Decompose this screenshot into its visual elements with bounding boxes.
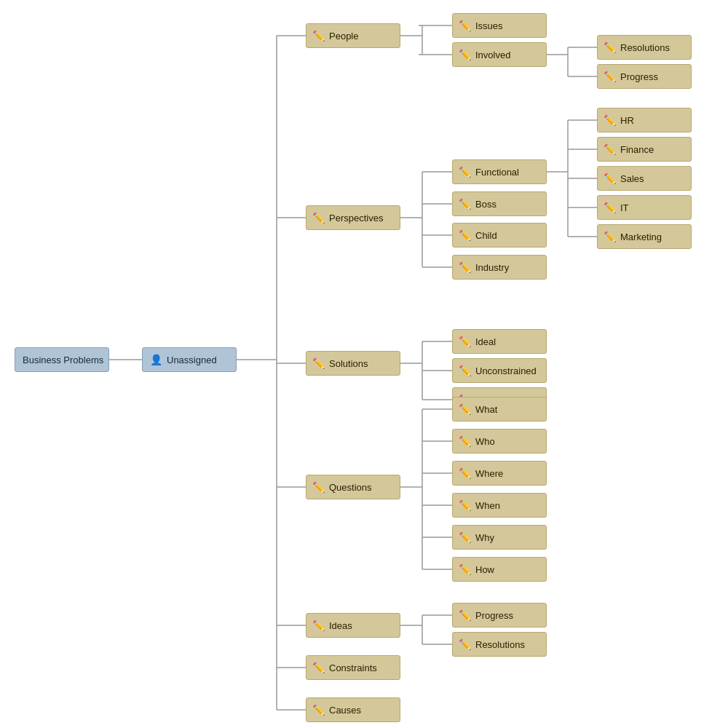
pencil-icon: ✏️: [604, 231, 616, 242]
child-node[interactable]: ✏️ Child: [452, 223, 547, 248]
involved-node[interactable]: ✏️ Involved: [452, 42, 547, 67]
involved-label: Involved: [475, 50, 510, 60]
pencil-icon: ✏️: [312, 30, 325, 41]
unassigned-node[interactable]: 👤 Unassigned: [142, 347, 237, 372]
ideas-label: Ideas: [329, 620, 352, 631]
boss-label: Boss: [475, 199, 496, 210]
finance-node[interactable]: ✏️ Finance: [597, 137, 692, 162]
how-label: How: [475, 564, 494, 575]
pencil-icon: ✏️: [604, 202, 616, 213]
person-icon: 👤: [150, 354, 162, 365]
pencil-icon: ✏️: [459, 49, 471, 60]
root-label: Business Problems: [23, 355, 103, 365]
ideas-node[interactable]: ✏️ Ideas: [306, 613, 400, 638]
hr-node[interactable]: ✏️ HR: [597, 108, 692, 132]
why-node[interactable]: ✏️ Why: [452, 525, 547, 550]
who-node[interactable]: ✏️ Who: [452, 429, 547, 454]
where-node[interactable]: ✏️ Where: [452, 461, 547, 486]
pencil-icon: ✏️: [459, 531, 471, 543]
pencil-icon: ✏️: [459, 403, 471, 415]
sales-label: Sales: [620, 173, 644, 184]
pencil-icon: ✏️: [604, 173, 616, 184]
progress-node[interactable]: ✏️ Progress: [597, 64, 692, 89]
constraints-node[interactable]: ✏️ Constraints: [306, 655, 400, 680]
pencil-icon: ✏️: [459, 166, 471, 178]
questions-node[interactable]: ✏️ Questions: [306, 475, 400, 499]
who-label: Who: [475, 436, 495, 447]
when-label: When: [475, 500, 500, 511]
pencil-icon: ✏️: [459, 435, 471, 447]
issues-node[interactable]: ✏️ Issues: [452, 13, 547, 38]
marketing-label: Marketing: [620, 232, 662, 242]
issues-label: Issues: [475, 20, 503, 31]
marketing-node[interactable]: ✏️ Marketing: [597, 224, 692, 249]
pencil-icon: ✏️: [312, 357, 325, 369]
mindmap-canvas: Business Problems 👤 Unassigned ✏️ People…: [0, 0, 728, 728]
what-label: What: [475, 404, 497, 415]
ideas-resolutions-node[interactable]: ✏️ Resolutions: [452, 632, 547, 657]
industry-label: Industry: [475, 262, 509, 273]
hr-label: HR: [620, 115, 634, 126]
pencil-icon: ✏️: [459, 261, 471, 273]
pencil-icon: ✏️: [459, 229, 471, 241]
ideal-node[interactable]: ✏️ Ideal: [452, 329, 547, 354]
when-node[interactable]: ✏️ When: [452, 493, 547, 518]
pencil-icon: ✏️: [459, 499, 471, 511]
pencil-icon: ✏️: [459, 609, 471, 621]
pencil-icon: ✏️: [459, 198, 471, 210]
solutions-node[interactable]: ✏️ Solutions: [306, 351, 400, 376]
pencil-icon: ✏️: [604, 143, 616, 155]
perspectives-label: Perspectives: [329, 213, 383, 223]
unconstrained-node[interactable]: ✏️ Unconstrained: [452, 358, 547, 383]
people-node[interactable]: ✏️ People: [306, 23, 400, 48]
pencil-icon: ✏️: [604, 114, 616, 126]
child-label: Child: [475, 230, 497, 241]
why-label: Why: [475, 532, 494, 543]
how-node[interactable]: ✏️ How: [452, 557, 547, 582]
people-label: People: [329, 31, 358, 41]
pencil-icon: ✏️: [459, 365, 471, 376]
pencil-icon: ✏️: [604, 71, 616, 82]
causes-node[interactable]: ✏️ Causes: [306, 697, 400, 722]
what-node[interactable]: ✏️ What: [452, 397, 547, 422]
root-node[interactable]: Business Problems: [15, 347, 109, 372]
finance-label: Finance: [620, 144, 654, 155]
resolutions-node[interactable]: ✏️ Resolutions: [597, 35, 692, 60]
functional-node[interactable]: ✏️ Functional: [452, 159, 547, 184]
pencil-icon: ✏️: [312, 662, 325, 673]
perspectives-node[interactable]: ✏️ Perspectives: [306, 205, 400, 230]
pencil-icon: ✏️: [312, 620, 325, 631]
pencil-icon: ✏️: [312, 481, 325, 493]
questions-label: Questions: [329, 482, 372, 493]
pencil-icon: ✏️: [604, 41, 616, 53]
unassigned-label: Unassigned: [167, 355, 217, 365]
pencil-icon: ✏️: [459, 638, 471, 650]
unconstrained-label: Unconstrained: [475, 365, 537, 376]
where-label: Where: [475, 468, 503, 479]
pencil-icon: ✏️: [459, 20, 471, 31]
sales-node[interactable]: ✏️ Sales: [597, 166, 692, 191]
ideas-progress-label: Progress: [475, 610, 513, 621]
it-label: IT: [620, 202, 629, 213]
pencil-icon: ✏️: [459, 467, 471, 479]
functional-label: Functional: [475, 167, 519, 178]
it-node[interactable]: ✏️ IT: [597, 195, 692, 220]
progress-label: Progress: [620, 71, 658, 82]
pencil-icon: ✏️: [312, 212, 325, 223]
solutions-label: Solutions: [329, 358, 368, 369]
boss-node[interactable]: ✏️ Boss: [452, 191, 547, 216]
ideas-resolutions-label: Resolutions: [475, 639, 525, 650]
causes-label: Causes: [329, 705, 361, 716]
pencil-icon: ✏️: [459, 563, 471, 575]
constraints-label: Constraints: [329, 662, 377, 673]
resolutions-label: Resolutions: [620, 42, 670, 53]
industry-node[interactable]: ✏️ Industry: [452, 255, 547, 280]
pencil-icon: ✏️: [459, 336, 471, 347]
pencil-icon: ✏️: [312, 704, 325, 716]
ideas-progress-node[interactable]: ✏️ Progress: [452, 603, 547, 628]
ideal-label: Ideal: [475, 336, 496, 347]
